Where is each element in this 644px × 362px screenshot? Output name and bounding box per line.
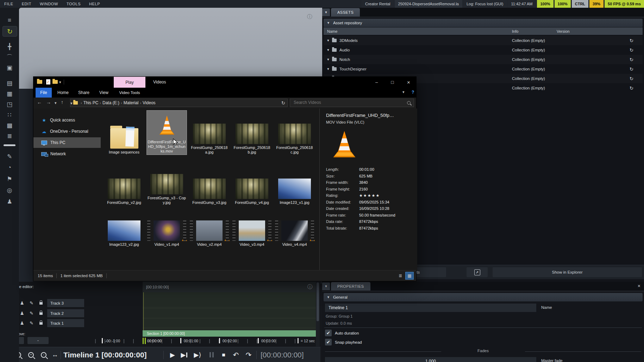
expand-icon[interactable]: ▼: [325, 58, 331, 61]
breadcrumb-this-pc[interactable]: This PC: [82, 100, 100, 105]
file-forestgump-v4[interactable]: ForestGump_v4.jpg: [232, 179, 272, 205]
file-image123-v1[interactable]: Image123_v1.jpg: [275, 179, 314, 205]
up-icon[interactable]: ↑: [61, 99, 63, 105]
return-to-start-button[interactable]: ↶: [231, 347, 241, 362]
zoom-selection-icon[interactable]: ◦: [39, 347, 49, 362]
breadcrumb-material[interactable]: Material: [122, 100, 140, 105]
auto-duration-checkbox[interactable]: ✔: [325, 330, 332, 336]
playhead-marker[interactable]: [143, 338, 144, 344]
toolbar-slider[interactable]: [4, 144, 15, 146]
project-name[interactable]: 250924-DispersedAssetRemoval.la: [395, 0, 462, 8]
scale-tool-icon[interactable]: ▣: [2, 63, 17, 73]
show-in-explorer-button[interactable]: Show in Explorer: [493, 267, 642, 277]
breadcrumb-videos[interactable]: Videos: [141, 100, 157, 105]
sidebar-item-quick-access[interactable]: ★ Quick access: [33, 115, 101, 125]
log-status[interactable]: Log: Focus lost (GUI): [463, 0, 507, 8]
asset-row-notch[interactable]: ▼ Notch Collection (Empty) ↻: [324, 55, 643, 64]
collapse-ribbon-icon[interactable]: ▾: [402, 90, 405, 94]
tab-share[interactable]: Share: [74, 88, 93, 98]
asset-row-touchdesigner[interactable]: ▼ TouchDesigner Collection (Empty) ↻: [324, 64, 643, 74]
lock-icon[interactable]: [36, 300, 46, 306]
info-icon[interactable]: ⓘ: [307, 284, 312, 290]
close-button[interactable]: ×: [401, 77, 417, 88]
pen-tool-icon[interactable]: ✎: [2, 151, 17, 161]
step-forward-button[interactable]: ▶: [179, 347, 189, 362]
flag-tool-icon[interactable]: ⚑: [2, 174, 17, 184]
forward-icon[interactable]: →: [46, 99, 51, 105]
timeline-name-label[interactable]: Timeline 1 [00:00:00:00]: [63, 347, 147, 362]
file-forestgump-v3-copy[interactable]: ForestGump_v3 - Copy.jpg: [147, 174, 187, 205]
snap-playhead-checkbox[interactable]: ✔: [325, 339, 332, 345]
search-input[interactable]: [293, 100, 404, 105]
stage-tool-icon[interactable]: ▤: [2, 78, 17, 88]
asset-row-3dmodels[interactable]: ▼ 3DModels Collection (Empty) ↻: [324, 36, 643, 45]
info-icon[interactable]: ⓘ: [307, 13, 312, 20]
file-video-v2[interactable]: Video_v2.mp4: [189, 220, 229, 247]
remove-button[interactable]: -: [27, 337, 49, 344]
lock-icon[interactable]: [36, 320, 46, 326]
breadcrumb-data-e[interactable]: Data (E:): [101, 100, 121, 105]
tab-assets[interactable]: ASSETS: [331, 8, 360, 17]
brush-icon[interactable]: ✎: [27, 320, 36, 326]
play-through-button[interactable]: ▶⟩: [192, 347, 203, 362]
file-forestgump-250618c[interactable]: ForestGump_250618c.jpg: [275, 124, 314, 155]
playhead-marker[interactable]: [145, 338, 146, 344]
column-info[interactable]: Info: [512, 29, 518, 33]
video-tools-label[interactable]: Video Tools: [114, 88, 145, 98]
sidebar-item-this-pc[interactable]: This PC: [33, 137, 101, 148]
cpu-health-badge[interactable]: 100%: [555, 0, 571, 8]
tab-play[interactable]: Play: [114, 77, 145, 88]
refresh-icon[interactable]: ↻: [281, 100, 285, 106]
menu-window[interactable]: WINDOW: [40, 2, 58, 6]
track-name-field[interactable]: Track 2: [47, 309, 84, 317]
file-forestgump-v3[interactable]: ForestGump_v3.jpg: [189, 179, 229, 205]
pan-icon[interactable]: ↔: [50, 347, 60, 362]
master-fade-field[interactable]: 1.000: [325, 357, 536, 362]
asset-row-audio[interactable]: ▼ Audio Collection (Empty) ↻: [324, 45, 643, 55]
menu-help[interactable]: HELP: [89, 2, 100, 6]
play-button[interactable]: ▶: [168, 347, 177, 362]
track-name-field[interactable]: Track 3: [47, 299, 84, 307]
file-forestgump-250618a[interactable]: ForestGump_250618a.jpg: [189, 124, 229, 155]
tab-properties[interactable]: PROPERTIES: [331, 282, 370, 291]
list-tool-icon[interactable]: ≣: [2, 131, 17, 141]
move-tool-icon[interactable]: ╋: [2, 42, 17, 51]
track-name-field[interactable]: Track 1: [47, 319, 84, 327]
refresh-icon[interactable]: ↻: [630, 86, 633, 91]
thumbnail-view-icon[interactable]: ▦: [406, 272, 413, 279]
pattern-tool-icon[interactable]: ▩: [2, 120, 17, 130]
refresh-icon[interactable]: ↻: [630, 76, 633, 81]
sidebar-item-onedrive[interactable]: ☁ OneDrive - Personal: [33, 126, 101, 137]
refresh-icon[interactable]: ↻: [630, 57, 633, 62]
help-icon[interactable]: ?: [412, 90, 414, 95]
go-to-end-button[interactable]: ↷: [244, 347, 254, 362]
target-tool-icon[interactable]: ◎: [2, 185, 17, 195]
name-field[interactable]: Timeline 1: [325, 304, 536, 312]
brush-icon[interactable]: ✎: [27, 300, 36, 306]
recent-locations-icon[interactable]: ▾: [55, 101, 57, 105]
close-icon[interactable]: ×: [638, 283, 640, 289]
grid-tool-icon[interactable]: ∷: [2, 110, 17, 120]
expand-icon[interactable]: ▼: [325, 39, 331, 42]
file-forestgump-250618b[interactable]: ForestGump_250618b.jpg: [232, 124, 272, 155]
transform-tool-icon[interactable]: ◳: [2, 99, 17, 109]
collapse-panel-icon[interactable]: ▼: [322, 8, 330, 16]
tab-file[interactable]: File: [36, 88, 52, 98]
tab-view[interactable]: View: [95, 88, 112, 98]
brush-icon[interactable]: ✎: [27, 311, 36, 316]
stop-button[interactable]: ■: [219, 347, 228, 362]
ctrl-badge[interactable]: CTRL: [572, 0, 588, 8]
timeline-section-bar[interactable]: Section 1 [00:00:00:00]: [143, 330, 316, 337]
collapse-panel-icon[interactable]: ▼: [322, 282, 330, 290]
file-video-v1[interactable]: Video_v1.mp4: [147, 220, 187, 247]
properties-check-icon[interactable]: ✓: [46, 79, 50, 85]
feed-tool-icon[interactable]: ▦: [2, 89, 17, 99]
refresh-icon[interactable]: ↻: [630, 38, 633, 43]
details-view-icon[interactable]: ≣: [396, 272, 404, 279]
scrollbar[interactable]: [316, 282, 320, 347]
gpu-health-badge[interactable]: 100%: [537, 0, 553, 8]
sidebar-item-network[interactable]: Network: [33, 149, 101, 159]
memory-badge[interactable]: 39%: [589, 0, 604, 8]
timer-tool-icon[interactable]: ◔: [2, 163, 17, 173]
expand-icon[interactable]: ▼: [325, 48, 331, 52]
